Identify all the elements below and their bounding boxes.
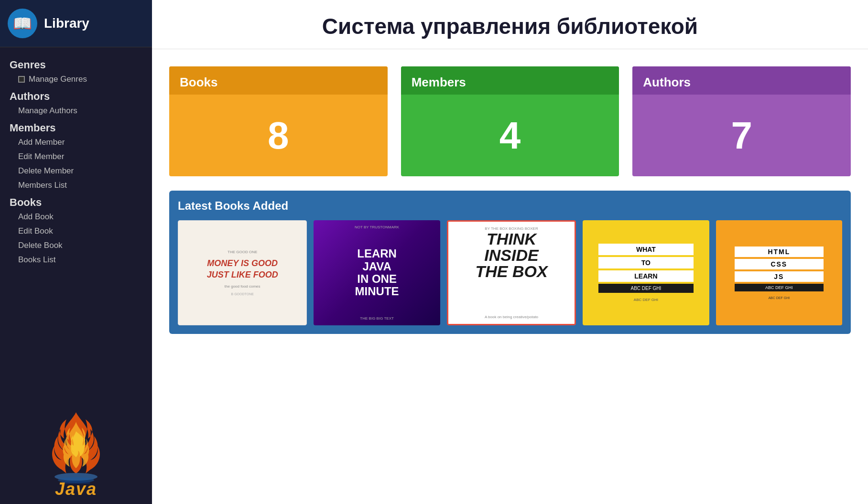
members-stat-body: 4	[401, 95, 619, 176]
java-logo-section: Java	[0, 403, 152, 504]
sidebar-item-authors[interactable]: Authors	[0, 86, 152, 104]
book4-dark: ABC DEF GHI	[598, 284, 694, 293]
books-row: THE GOOD ONE MONEY IS GOODJUST LIKE FOOD…	[178, 220, 842, 325]
sidebar-item-genres[interactable]: Genres	[0, 55, 152, 72]
book2-title: LEARNJAVAIN ONEMINUTE	[355, 247, 399, 298]
page-title: Система управления библиотекой	[171, 13, 849, 39]
java-flame-icon	[43, 407, 109, 484]
stats-section: Books 8 Members 4 Authors 7	[152, 49, 868, 186]
book5-line-2: CSS	[735, 259, 824, 269]
books-count: 8	[268, 114, 289, 158]
books-stat-header: Books	[169, 66, 388, 95]
authors-stat-body: 7	[632, 95, 851, 176]
edit-member-label: Edit Member	[18, 152, 64, 161]
book5-line-1: HTML	[735, 247, 824, 257]
book4-content: WHAT TO LEARN ABC DEF GHI ABC DEF GHI	[586, 244, 705, 302]
book-cover-think[interactable]: BY THE BOX BOXING BOXER THINKINSIDETHE B…	[447, 220, 576, 325]
sidebar-item-manage-authors[interactable]: Manage Authors	[0, 104, 152, 118]
add-book-label: Add Book	[18, 212, 54, 222]
book1-title: MONEY IS GOODJUST LIKE FOOD	[207, 258, 278, 280]
delete-member-label: Delete Member	[18, 166, 74, 176]
sidebar-item-members-list[interactable]: Members List	[0, 178, 152, 193]
sidebar-logo: 📖	[8, 9, 37, 38]
sidebar-header: 📖 Library	[0, 0, 152, 47]
authors-count: 7	[731, 114, 752, 158]
book-cover-what[interactable]: WHAT TO LEARN ABC DEF GHI ABC DEF GHI	[583, 220, 709, 325]
sidebar-item-delete-member[interactable]: Delete Member	[0, 164, 152, 178]
book3-subtitle: A book on being creative/potato	[452, 315, 571, 319]
sidebar-item-add-book[interactable]: Add Book	[0, 210, 152, 224]
book-cover-html[interactable]: HTML CSS JS ABC DEF GHI ABC DEF GHI	[716, 220, 842, 325]
sidebar-item-add-member[interactable]: Add Member	[0, 135, 152, 150]
delete-book-label: Delete Book	[18, 241, 63, 250]
book-cover-money[interactable]: THE GOOD ONE MONEY IS GOODJUST LIKE FOOD…	[178, 220, 307, 325]
edit-book-label: Edit Book	[18, 226, 53, 236]
books-stat-body: 8	[169, 95, 388, 176]
books-stat-card: Books 8	[169, 66, 388, 176]
manage-authors-label: Manage Authors	[18, 106, 77, 116]
main-header: Система управления библиотекой	[152, 0, 868, 49]
book1-author: B GOODTONE	[231, 292, 254, 296]
sidebar-title: Library	[44, 16, 89, 31]
book-cover-java[interactable]: NOT BY TRUSTONMARK LEARNJAVAIN ONEMINUTE…	[314, 220, 440, 325]
book4-line-3: LEARN	[598, 270, 694, 282]
members-count: 4	[499, 114, 521, 158]
sidebar-item-books-list[interactable]: Books List	[0, 253, 152, 267]
book4-line-1: WHAT	[598, 244, 694, 255]
members-stat-header: Members	[401, 66, 619, 95]
book4-author: ABC DEF GHI	[634, 298, 658, 302]
java-text-label: Java	[55, 479, 97, 499]
authors-stat-card: Authors 7	[632, 66, 851, 176]
book5-dark: ABC DEF GHI	[735, 284, 824, 291]
authors-stat-header: Authors	[632, 66, 851, 95]
sidebar-item-edit-member[interactable]: Edit Member	[0, 150, 152, 164]
book2-top-text: NOT BY TRUSTONMARK	[355, 225, 399, 229]
book1-desc: the good food comes	[225, 284, 260, 289]
sidebar-item-edit-book[interactable]: Edit Book	[0, 224, 152, 238]
sidebar-item-delete-book[interactable]: Delete Book	[0, 238, 152, 253]
book2-bottom-text: THE BIG BIG TEXT	[360, 316, 394, 321]
members-stat-card: Members 4	[401, 66, 619, 176]
books-list-label: Books List	[18, 255, 55, 265]
book5-line-3: JS	[735, 271, 824, 282]
sidebar-item-books[interactable]: Books	[0, 193, 152, 210]
manage-genres-label: Manage Genres	[29, 75, 87, 84]
sidebar-item-manage-genres[interactable]: Manage Genres	[0, 72, 152, 86]
sidebar-item-members[interactable]: Members	[0, 118, 152, 135]
latest-books-title: Latest Books Added	[178, 199, 842, 213]
add-member-label: Add Member	[18, 138, 65, 147]
sidebar: 📖 Library Genres Manage Genres Authors M…	[0, 0, 152, 504]
sidebar-nav: Genres Manage Genres Authors Manage Auth…	[0, 47, 152, 403]
latest-books-section: Latest Books Added THE GOOD ONE MONEY IS…	[169, 191, 851, 334]
book4-line-2: TO	[598, 257, 694, 268]
main-content: Система управления библиотекой Books 8 M…	[152, 0, 868, 504]
book-icon: 📖	[13, 14, 32, 32]
book1-subtitle-top: THE GOOD ONE	[228, 250, 257, 254]
book3-title: THINKINSIDETHE BOX	[452, 231, 571, 279]
book5-author: ABC DEF GHI	[768, 296, 790, 300]
checkbox-icon	[18, 76, 25, 83]
members-list-label: Members List	[18, 181, 67, 190]
book5-content: HTML CSS JS ABC DEF GHI ABC DEF GHI	[720, 247, 838, 300]
